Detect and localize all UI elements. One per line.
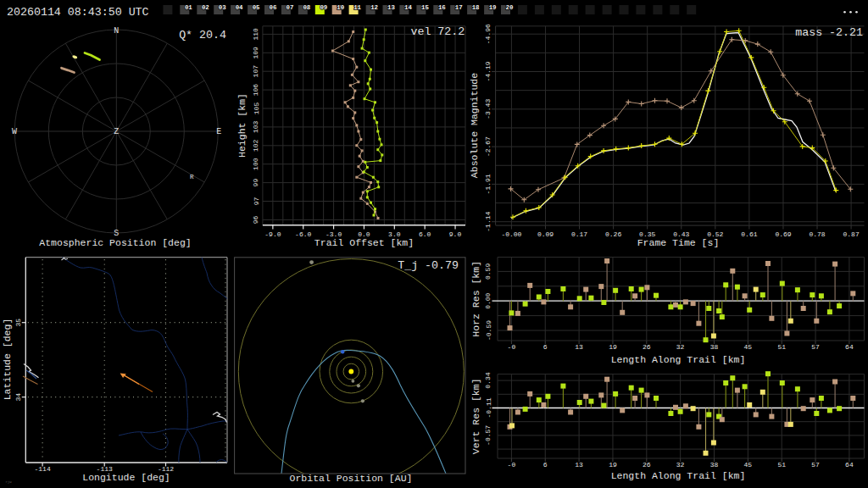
svg-text:Vert Res [km]: Vert Res [km] [470, 378, 481, 454]
svg-text:-1.14: -1.14 [484, 212, 492, 232]
svg-text:-1.91: -1.91 [484, 174, 492, 194]
svg-text:vel 72.2: vel 72.2 [410, 25, 465, 38]
svg-text:-6.0: -6.0 [295, 230, 311, 238]
svg-text:38: 38 [710, 343, 719, 351]
svg-text:51: 51 [777, 461, 786, 469]
svg-text:T_j -0.79: T_j -0.79 [398, 259, 459, 272]
svg-text:105: 105 [253, 103, 260, 115]
svg-text:12: 12 [370, 4, 378, 11]
svg-text:0.61: 0.61 [741, 230, 757, 238]
svg-text:-2.67: -2.67 [484, 136, 492, 157]
svg-text:17: 17 [455, 4, 463, 11]
svg-text:20: 20 [506, 4, 514, 11]
svg-text:64: 64 [845, 343, 854, 351]
svg-text:Atmospheric Position [deg]: Atmospheric Position [deg] [39, 237, 191, 248]
svg-text:Longitude [deg]: Longitude [deg] [82, 472, 170, 483]
svg-text:103: 103 [253, 121, 260, 134]
svg-text:97: 97 [253, 197, 260, 206]
svg-text:07: 07 [287, 4, 294, 11]
svg-text:13: 13 [575, 343, 583, 351]
svg-text:0.87: 0.87 [843, 230, 859, 238]
svg-text:109: 109 [253, 47, 260, 59]
svg-text:Z: Z [114, 127, 119, 136]
svg-text:19: 19 [609, 343, 617, 351]
svg-text:04: 04 [236, 4, 243, 11]
svg-text:0.59: 0.59 [485, 263, 492, 280]
svg-text:mass -2.21: mass -2.21 [795, 26, 863, 39]
svg-text:13: 13 [387, 4, 395, 11]
svg-text:15: 15 [421, 4, 429, 11]
svg-text:01: 01 [185, 4, 192, 11]
svg-text:6.0: 6.0 [419, 230, 431, 238]
svg-text:57: 57 [811, 461, 820, 469]
svg-text:18: 18 [472, 4, 480, 11]
svg-text:35: 35 [14, 319, 22, 327]
svg-text:Horz Res [km]: Horz Res [km] [470, 261, 481, 337]
svg-text:14: 14 [404, 4, 412, 11]
svg-text:100: 100 [253, 158, 260, 170]
svg-text:03: 03 [219, 4, 226, 11]
svg-text:106: 106 [253, 84, 260, 97]
svg-text:6: 6 [543, 461, 548, 469]
svg-text:Q* 20.4: Q* 20.4 [179, 29, 226, 42]
svg-text:Trail Offset [km]: Trail Offset [km] [314, 237, 414, 248]
svg-text:19: 19 [489, 4, 497, 11]
svg-text:02: 02 [202, 4, 209, 11]
svg-text:06: 06 [270, 4, 277, 11]
svg-text:45: 45 [743, 343, 752, 351]
svg-text:0.17: 0.17 [571, 230, 587, 238]
svg-text:Frame Time [s]: Frame Time [s] [637, 237, 720, 248]
svg-text:-0.57: -0.57 [485, 425, 492, 446]
svg-text:-9.0: -9.0 [264, 230, 281, 238]
svg-text:96: 96 [253, 215, 260, 224]
svg-text:Orbital Position [AU]: Orbital Position [AU] [290, 473, 413, 484]
svg-text:Latitude [deg]: Latitude [deg] [2, 319, 13, 401]
svg-text:0.09: 0.09 [537, 230, 554, 238]
svg-text:32: 32 [676, 461, 685, 469]
svg-text:19: 19 [609, 461, 617, 469]
svg-text:08: 08 [303, 4, 310, 11]
svg-text:11: 11 [353, 4, 361, 11]
svg-text:rjw: rjw [5, 480, 12, 484]
svg-text:102: 102 [253, 139, 260, 152]
svg-text:-0.59: -0.59 [485, 320, 492, 341]
svg-text:26: 26 [643, 343, 651, 351]
svg-text:Absolute Magnitude: Absolute Magnitude [469, 73, 480, 178]
svg-text:0.00: 0.00 [485, 292, 492, 308]
svg-text:16: 16 [438, 4, 446, 11]
svg-text:26: 26 [643, 461, 651, 469]
svg-text:9.0: 9.0 [449, 230, 462, 238]
svg-text:34: 34 [14, 393, 22, 402]
svg-text:6: 6 [543, 343, 548, 351]
svg-text:R: R [190, 174, 194, 180]
svg-text:51: 51 [777, 343, 786, 351]
svg-text:10: 10 [337, 4, 344, 11]
svg-text:-114: -114 [34, 465, 50, 473]
svg-text:99: 99 [253, 179, 260, 187]
svg-text:Height [km]: Height [km] [236, 93, 248, 158]
svg-text:107: 107 [253, 65, 260, 78]
svg-text:W: W [12, 127, 17, 136]
svg-text:0.78: 0.78 [809, 230, 825, 238]
svg-text:0.26: 0.26 [605, 230, 621, 238]
svg-text:Length Along Trail [km]: Length Along Trail [km] [611, 470, 746, 481]
svg-text:45: 45 [743, 461, 752, 469]
svg-text:-0.00: -0.00 [501, 230, 521, 238]
svg-text:-4.19: -4.19 [484, 61, 492, 81]
svg-text:09: 09 [320, 4, 327, 11]
svg-text:38: 38 [710, 461, 719, 469]
svg-text:Length Along Trail [km]: Length Along Trail [km] [611, 354, 746, 365]
svg-text:57: 57 [811, 343, 820, 351]
svg-text:32: 32 [676, 343, 685, 351]
svg-text:0.34: 0.34 [485, 372, 492, 388]
svg-text:-4.96: -4.96 [484, 24, 492, 44]
svg-text:13: 13 [575, 461, 583, 469]
svg-text:-0.11: -0.11 [485, 397, 492, 418]
svg-text:-3.43: -3.43 [484, 99, 492, 119]
svg-text:0.69: 0.69 [775, 230, 791, 238]
svg-text:05: 05 [253, 4, 260, 11]
svg-text:110: 110 [253, 28, 260, 41]
svg-text:N: N [114, 26, 119, 36]
svg-text:64: 64 [845, 461, 854, 469]
svg-text:20260114 08:43:50 UTC: 20260114 08:43:50 UTC [7, 6, 149, 19]
